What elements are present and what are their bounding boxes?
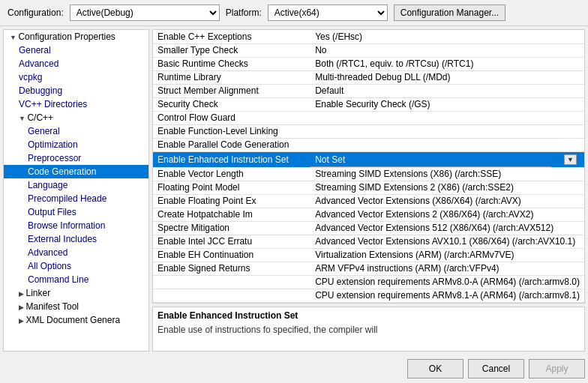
cancel-button[interactable]: Cancel (468, 359, 524, 379)
prop-name-cell: Enable Parallel Code Generation (153, 138, 310, 151)
tree-item-manifest-tool[interactable]: ▶ Manifest Tool (4, 300, 148, 313)
description-text: Enable use of instructions fo specified,… (158, 324, 580, 337)
dropdown-arrow-icon[interactable]: ▼ (564, 154, 577, 165)
tree-item-browse-info[interactable]: Browse Information (4, 219, 148, 232)
dropdown-selected-text: Not Set (315, 154, 345, 165)
bottom-buttons: OK Cancel Apply (0, 355, 588, 383)
tree-item-advanced2[interactable]: Advanced (4, 246, 148, 259)
prop-value-cell: Yes (/EHsc) (310, 30, 584, 43)
tree-item-ext-includes[interactable]: External Includes (4, 232, 148, 246)
table-row[interactable]: Enable Floating Point ExAdvanced Vector … (153, 194, 584, 208)
prop-value-cell: Default (310, 84, 584, 97)
prop-value-cell: CPU extension requirements ARMv8.1-A (AR… (310, 289, 584, 302)
table-row[interactable]: Floating Point ModelStreaming SIMD Exten… (153, 181, 584, 194)
platform-label: Platform: (226, 7, 262, 18)
config-label: Configuration: (8, 7, 64, 18)
table-row[interactable]: Enable Parallel Code Generation (153, 138, 584, 151)
table-row[interactable]: Struct Member AlignmentDefault (153, 84, 584, 97)
tree-item-precompiled[interactable]: Precompiled Heade (4, 192, 148, 205)
tree-item-debugging[interactable]: Debugging (4, 84, 148, 97)
prop-value-cell: Both (/RTC1, equiv. to /RTCsu) (/RTC1) (310, 57, 584, 70)
prop-value-cell (310, 124, 584, 138)
tree-item-output-files[interactable]: Output Files (4, 205, 148, 219)
table-row[interactable]: Create Hotpatchable ImAdvanced Vector Ex… (153, 208, 584, 221)
prop-name-cell: Enable Floating Point Ex (153, 194, 310, 208)
properties-area: Enable C++ ExceptionsYes (/EHsc)Smaller … (152, 29, 585, 304)
prop-value-cell: Multi-threaded Debug DLL (/MDd) (310, 70, 584, 84)
prop-value-cell: Streaming SIMD Extensions 2 (X86) (/arch… (310, 181, 584, 194)
prop-name-cell: Enable Function-Level Linking (153, 124, 310, 138)
table-row[interactable]: CPU extension requirements ARMv8.2-A (AR… (153, 302, 584, 304)
prop-value-cell: Advanced Vector Extensions 2 (X86/X64) (… (310, 208, 584, 221)
tree-item-optimization[interactable]: Optimization (4, 138, 148, 151)
prop-name-cell: Spectre Mitigation (153, 221, 310, 235)
prop-name-cell: Runtime Library (153, 70, 310, 84)
table-row[interactable]: Enable EH ContinuationVirtualization Ext… (153, 248, 584, 262)
prop-value-cell[interactable]: Not Set▼Not SetStreaming SIMD Extensions… (310, 151, 584, 167)
prop-name-cell: Smaller Type Check (153, 43, 310, 57)
tree-item-general[interactable]: General (4, 43, 148, 57)
prop-value-cell (310, 111, 584, 124)
apply-button[interactable]: Apply (529, 359, 585, 379)
tree-item-all-options[interactable]: All Options (4, 259, 148, 273)
table-row[interactable]: Basic Runtime ChecksBoth (/RTC1, equiv. … (153, 57, 584, 70)
prop-value-cell: No (310, 43, 584, 57)
prop-name-cell: Security Check (153, 97, 310, 111)
prop-value-cell: Advanced Vector Extensions AVX10.1 (X86/… (310, 235, 584, 248)
table-row[interactable]: Enable Enhanced Instruction SetNot Set▼N… (153, 151, 584, 167)
prop-name-cell: Struct Member Alignment (153, 84, 310, 97)
table-row[interactable]: Enable Signed ReturnsARM VFPv4 instructi… (153, 262, 584, 275)
tree-item-config-props[interactable]: ▼ Configuration Properties (4, 30, 148, 43)
prop-name-cell: Create Hotpatchable Im (153, 208, 310, 221)
prop-name-cell: Control Flow Guard (153, 111, 310, 124)
tree-item-preprocessor[interactable]: Preprocessor (4, 151, 148, 165)
table-row[interactable]: Enable Intel JCC ErratuAdvanced Vector E… (153, 235, 584, 248)
tree-item-advanced[interactable]: Advanced (4, 57, 148, 70)
prop-value-cell: Virtualization Extensions (ARM) (/arch:A… (310, 248, 584, 262)
prop-name-cell (153, 289, 310, 302)
prop-value-cell: CPU extension requirements ARMv8.0-A (AR… (310, 275, 584, 289)
prop-name-cell: Enable Signed Returns (153, 262, 310, 275)
table-row[interactable]: Enable C++ ExceptionsYes (/EHsc) (153, 30, 584, 43)
tree-item-vcpp-dirs[interactable]: VC++ Directories (4, 97, 148, 111)
table-row[interactable]: Enable Vector LengthStreaming SIMD Exten… (153, 167, 584, 181)
description-box: Enable Enhanced Instruction Set Enable u… (152, 307, 585, 352)
main-content: ▼ Configuration PropertiesGeneralAdvance… (0, 26, 588, 355)
right-panel: Enable C++ ExceptionsYes (/EHsc)Smaller … (152, 29, 585, 352)
prop-name-cell: Enable Enhanced Instruction Set (153, 151, 310, 167)
tree-item-cpp[interactable]: ▼ C/C++ (4, 111, 148, 124)
tree-item-cpp-general[interactable]: General (4, 124, 148, 138)
table-row[interactable]: Runtime LibraryMulti-threaded Debug DLL … (153, 70, 584, 84)
prop-value-cell: Streaming SIMD Extensions (X86) (/arch:S… (310, 167, 584, 181)
prop-name-cell: Enable EH Continuation (153, 248, 310, 262)
prop-name-cell: Enable C++ Exceptions (153, 30, 310, 43)
properties-table: Enable C++ ExceptionsYes (/EHsc)Smaller … (153, 30, 584, 304)
title-bar: Configuration: Active(Debug) Platform: A… (0, 0, 588, 26)
prop-name-cell: Floating Point Model (153, 181, 310, 194)
table-row[interactable]: Spectre MitigationAdvanced Vector Extens… (153, 221, 584, 235)
prop-name-cell: Enable Intel JCC Erratu (153, 235, 310, 248)
prop-value-cell: Enable Security Check (/GS) (310, 97, 584, 111)
tree-panel: ▼ Configuration PropertiesGeneralAdvance… (3, 29, 149, 352)
table-row[interactable]: Control Flow Guard (153, 111, 584, 124)
tree-item-code-gen[interactable]: Code Generation (4, 165, 148, 178)
tree-item-linker[interactable]: ▶ Linker (4, 286, 148, 300)
prop-value-cell: Advanced Vector Extensions (X86/X64) (/a… (310, 194, 584, 208)
tree-item-cmd-line[interactable]: Command Line (4, 273, 148, 286)
prop-name-cell (153, 302, 310, 304)
prop-name-cell (153, 275, 310, 289)
config-manager-button[interactable]: Configuration Manager... (394, 4, 506, 21)
table-row[interactable]: CPU extension requirements ARMv8.1-A (AR… (153, 289, 584, 302)
tree-item-xml-doc[interactable]: ▶ XML Document Genera (4, 313, 148, 327)
table-row[interactable]: CPU extension requirements ARMv8.0-A (AR… (153, 275, 584, 289)
prop-name-cell: Enable Vector Length (153, 167, 310, 181)
tree-item-language[interactable]: Language (4, 178, 148, 192)
table-row[interactable]: Smaller Type CheckNo (153, 43, 584, 57)
configuration-select[interactable]: Active(Debug) (70, 4, 220, 21)
tree-item-vcpkg[interactable]: vcpkg (4, 70, 148, 84)
ok-button[interactable]: OK (407, 359, 464, 379)
platform-select[interactable]: Active(x64) (268, 4, 388, 21)
table-row[interactable]: Security CheckEnable Security Check (/GS… (153, 97, 584, 111)
table-row[interactable]: Enable Function-Level Linking (153, 124, 584, 138)
prop-value-cell: CPU extension requirements ARMv8.2-A (AR… (310, 302, 584, 304)
